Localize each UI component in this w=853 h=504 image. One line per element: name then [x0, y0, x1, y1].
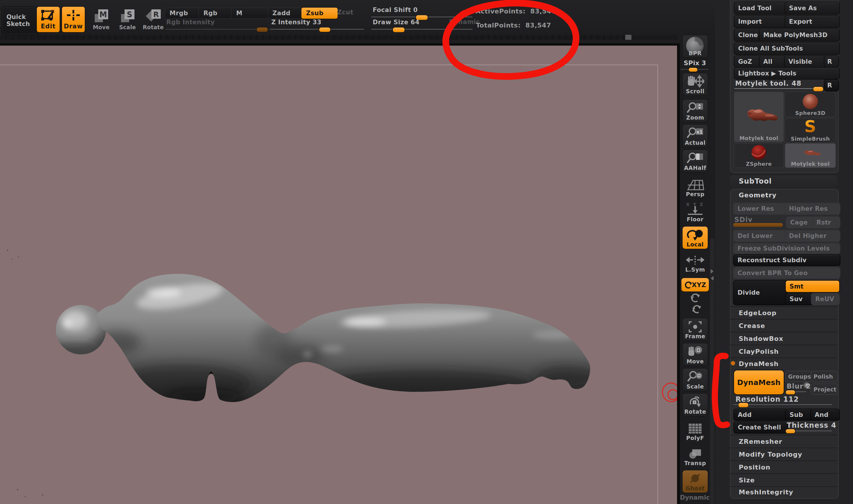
scroll-button[interactable]: Scroll — [682, 73, 708, 96]
mrgb-button[interactable]: Mrgb — [165, 7, 201, 19]
project-button[interactable]: Project — [811, 383, 838, 395]
claypolish-section[interactable]: ClayPolish — [730, 345, 837, 358]
del-lower-button[interactable]: Del Lower — [733, 230, 788, 242]
position-section[interactable]: Position — [730, 461, 837, 473]
canvas-width-handle[interactable] — [625, 35, 631, 40]
edgeloop-section[interactable]: EdgeLoop — [730, 306, 837, 319]
m-button[interactable]: M — [231, 7, 269, 19]
frame-button[interactable]: Frame — [682, 318, 708, 341]
sub-button[interactable]: Sub — [785, 409, 814, 421]
panel-divider[interactable] — [710, 238, 714, 504]
meshintegrity-section[interactable]: MeshIntegrity — [730, 486, 837, 498]
quick-sketch-button[interactable]: Quick Sketch — [1, 6, 40, 35]
move-gyro-button[interactable]: M Move — [89, 9, 113, 31]
clone-button[interactable]: Clone — [734, 29, 762, 41]
sculpt-canvas[interactable] — [0, 46, 677, 504]
goz-visible-button[interactable]: Visible — [784, 56, 827, 68]
size-section[interactable]: Size — [730, 473, 837, 486]
zsphere-thumbnail[interactable]: ZSphere — [734, 143, 784, 168]
suv-button[interactable]: Suv — [785, 293, 814, 305]
create-shell-button[interactable]: Create Shell — [733, 421, 788, 434]
rstr-button[interactable]: Rstr — [812, 216, 840, 229]
crease-section[interactable]: Crease — [730, 319, 837, 332]
freeze-subdivision-button[interactable]: Freeze SubDivision Levels — [733, 243, 840, 254]
sdiv-slider-bar[interactable] — [733, 223, 783, 227]
rotate-y-button[interactable]: Y — [686, 292, 703, 303]
lower-res-button[interactable]: Lower Res — [733, 203, 788, 215]
ghost-button[interactable]: Ghost — [682, 470, 708, 493]
polish-button[interactable]: Polish — [811, 371, 838, 382]
edit-button[interactable]: Edit — [36, 6, 60, 33]
goz-button[interactable]: GoZ — [734, 56, 762, 68]
dynamesh-button[interactable]: DynaMesh — [733, 370, 784, 395]
import-button[interactable]: Import — [734, 15, 788, 28]
draw-size-handle[interactable] — [392, 27, 405, 33]
rgb-intensity-track[interactable] — [165, 29, 267, 30]
scale3d-button[interactable]: Scale — [682, 368, 708, 391]
goz-all-button[interactable]: All — [759, 56, 787, 68]
rgb-button[interactable]: Rgb — [199, 7, 234, 19]
zadd-button[interactable]: Zadd — [268, 7, 304, 19]
recent-tool-thumbnail[interactable]: Motylek tool — [785, 143, 836, 168]
lightbox-tools-button[interactable]: Lightbox ▶ Tools — [734, 67, 840, 79]
del-higher-button[interactable]: Del Higher — [785, 230, 840, 242]
zremesher-section[interactable]: ZRemesher — [730, 435, 837, 448]
geometry-section-header[interactable]: Geometry — [739, 192, 777, 199]
simplebrush-thumbnail[interactable]: S SimpleBrush — [785, 118, 836, 143]
smt-button[interactable]: Smt — [785, 280, 840, 293]
subtool-section-bar[interactable]: SubTool — [730, 175, 837, 187]
and-button[interactable]: And — [810, 409, 840, 421]
rotate-gyro-button[interactable]: R Rotate — [141, 9, 165, 31]
rotate-z-button[interactable]: Z — [687, 304, 705, 314]
transp-button[interactable]: Transp — [682, 445, 708, 468]
clone-all-subtools-button[interactable]: Clone All SubTools — [734, 42, 840, 55]
xyz-button[interactable]: XYZ — [681, 278, 709, 292]
spix-handle[interactable] — [688, 67, 698, 72]
dynamesh-section[interactable]: DynaMesh — [730, 358, 837, 369]
persp-button[interactable]: Persp — [682, 176, 708, 199]
move3d-button[interactable]: Move — [682, 343, 708, 366]
floor-button[interactable]: X Y Z Floor — [682, 201, 708, 224]
zcut-button[interactable]: Zcut — [337, 9, 353, 16]
make-polymesh3d-button[interactable]: Make PolyMesh3D — [759, 29, 840, 41]
higher-res-button[interactable]: Higher Res — [785, 203, 840, 215]
resolution-slider-handle[interactable] — [738, 402, 749, 408]
cage-button[interactable]: Cage — [786, 216, 815, 229]
modify-topology-section[interactable]: Modify Topology — [730, 448, 837, 461]
load-tool-button[interactable]: Load Tool — [734, 2, 788, 15]
draw-size-track[interactable] — [371, 29, 472, 30]
tool-r-button[interactable]: R — [824, 79, 839, 91]
rotate3d-button[interactable]: Rotate — [682, 394, 708, 416]
aahalf-button[interactable]: AAHalf — [682, 150, 708, 173]
z-intensity-track[interactable] — [270, 29, 364, 30]
scale-gyro-button[interactable]: S Scale — [115, 9, 140, 31]
actual-button[interactable]: x1 Actual — [682, 125, 708, 147]
tool-name-slider-handle[interactable] — [813, 86, 824, 92]
current-tool-thumbnail[interactable]: Motylek tool — [734, 91, 784, 142]
shadowbox-section[interactable]: ShadowBox — [730, 332, 837, 345]
document-border — [0, 65, 658, 504]
reconstruct-subdiv-button[interactable]: Reconstruct Subdiv — [733, 254, 840, 266]
sphere3d-thumbnail[interactable]: Sphere3D — [785, 91, 836, 117]
zsub-button[interactable]: Zsub — [301, 7, 338, 19]
thickness-slider-handle[interactable] — [785, 429, 796, 434]
tool-name-slider-track[interactable] — [734, 88, 822, 89]
lsym-button[interactable]: L.Sym — [682, 251, 708, 274]
add-button[interactable]: Add — [733, 409, 788, 421]
divide-button[interactable]: Divide — [733, 280, 788, 305]
rgb-intensity-handle[interactable] — [256, 27, 268, 33]
reuv-button[interactable]: ReUV — [811, 293, 840, 305]
z-intensity-handle[interactable] — [319, 27, 331, 33]
draw-button[interactable]: Draw — [61, 6, 85, 33]
export-button[interactable]: Export — [785, 15, 840, 28]
zoom-button[interactable]: Zoom — [682, 100, 708, 122]
groups-button[interactable]: Groups — [785, 371, 813, 382]
blur-slider-handle[interactable] — [785, 390, 796, 395]
goz-r-button[interactable]: R — [824, 56, 839, 68]
bpr-button[interactable]: BPR — [682, 35, 708, 58]
convert-bpr-button[interactable]: Convert BPR To Geo — [733, 267, 840, 279]
local-button[interactable]: Local — [682, 226, 708, 249]
polyf-button[interactable]: PolyF — [682, 420, 708, 443]
move-gyro-icon: M — [92, 9, 110, 24]
save-as-button[interactable]: Save As — [785, 2, 840, 15]
